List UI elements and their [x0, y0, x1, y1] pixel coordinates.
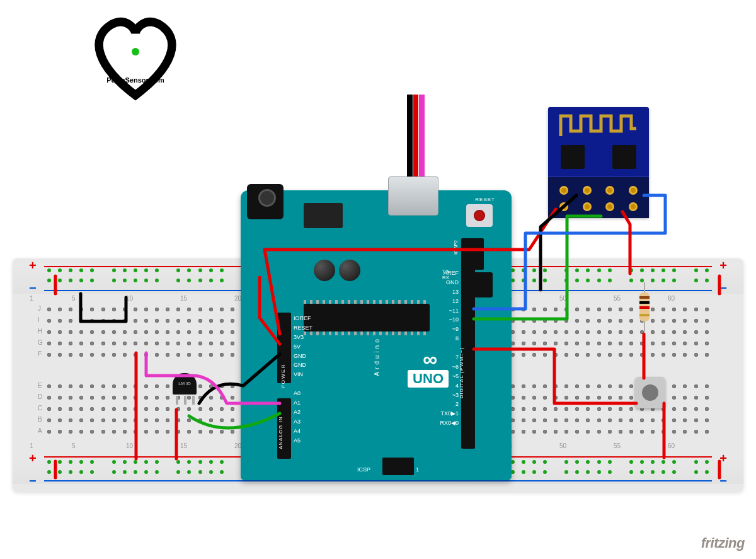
rail-plus-top-r: + — [719, 258, 727, 273]
lm35-sensor: LM 35 — [173, 373, 198, 405]
left-pin-labels: IOREFRESET3V35VGNDGNDVINA0A1A2A3A4A5 — [294, 314, 312, 445]
atmega328-chip-icon — [304, 304, 430, 331]
reset-label: RESET — [475, 197, 495, 202]
icsp-pin1: 1 — [416, 466, 419, 473]
pulse-sensor: PulseSensor.com — [88, 10, 183, 105]
fritzing-canvas: + − + − + − + − 115510101515202025253030… — [0, 0, 756, 559]
pulse-sensor-label: PulseSensor.com — [106, 76, 164, 84]
rail-minus-top-r: − — [719, 281, 727, 296]
icsp2-label: ICSP2 — [453, 240, 459, 255]
capacitor-icon — [339, 260, 360, 281]
capacitor-icon — [314, 260, 335, 281]
rail-plus-top: + — [29, 258, 37, 273]
arduino-logo: Arduino ∞ UNO — [408, 348, 449, 388]
digital-section-label: DIGITAL (PWM=~) — [459, 347, 465, 399]
analog-section-label: ANALOG IN — [278, 416, 284, 449]
icsp-header — [382, 458, 414, 475]
arduino-uno: RESET ICSP2 TXRX IOREFRESET3V35VGNDGNDVI… — [241, 190, 512, 480]
esp8266-module — [548, 107, 649, 217]
wifi-antenna-icon — [558, 113, 639, 139]
barrel-jack-icon — [247, 184, 284, 219]
push-button[interactable] — [635, 377, 665, 408]
usb-port-icon — [388, 176, 438, 216]
rail-plus-bot: + — [29, 451, 37, 466]
power-section-label: POWER — [280, 363, 286, 388]
icsp-label: ICSP — [357, 466, 370, 473]
flash-chip-icon — [612, 145, 636, 169]
rail-plus-bot-r: + — [719, 451, 727, 466]
icsp2-header — [461, 238, 484, 270]
pulse-sensor-led-icon — [132, 48, 139, 55]
rail-minus-bot-r: − — [719, 474, 727, 488]
reset-button[interactable] — [466, 204, 493, 227]
resistor — [639, 282, 650, 331]
rail-minus-bot: − — [29, 474, 37, 488]
fritzing-watermark: fritzing — [701, 535, 745, 551]
lm35-label: LM 35 — [173, 373, 197, 395]
rail-minus-top: − — [29, 281, 37, 296]
esp-chip-icon — [561, 145, 585, 169]
voltage-regulator-icon — [304, 203, 343, 228]
